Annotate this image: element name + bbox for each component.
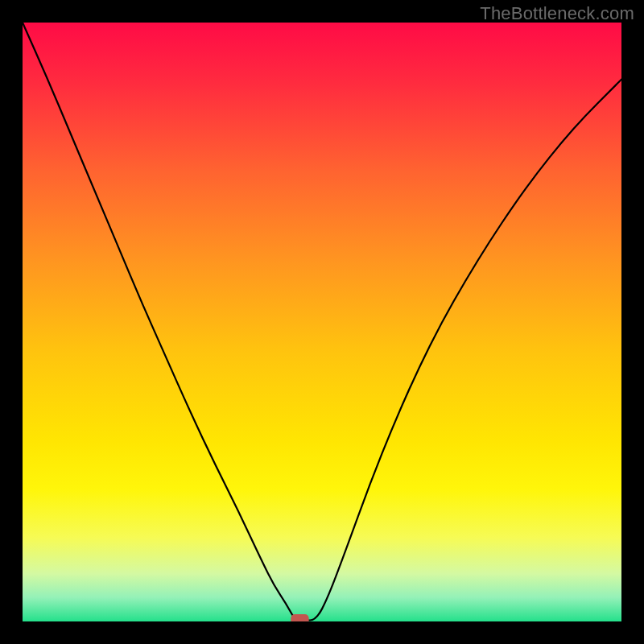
minimum-marker (291, 614, 308, 621)
chart-plot-area (23, 23, 621, 621)
watermark-text: TheBottleneck.com (480, 3, 634, 24)
gradient-background (23, 23, 621, 621)
bottleneck-chart (23, 23, 621, 621)
